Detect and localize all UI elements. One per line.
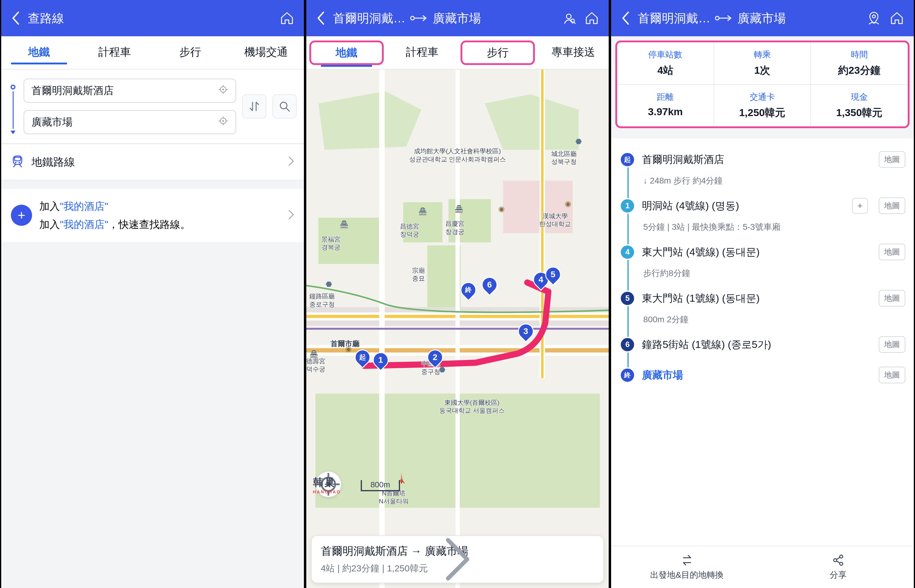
route-line-icon <box>8 79 18 134</box>
tab-walk[interactable]: 步行 <box>461 40 535 65</box>
tab-walk[interactable]: 步行 <box>152 45 228 61</box>
map-label: 鐘路區廳종로구청 <box>309 292 335 309</box>
nearby-icon[interactable] <box>560 10 577 27</box>
svg-point-8 <box>19 162 20 163</box>
svg-point-27 <box>840 555 843 558</box>
tab-taxi[interactable]: 計程車 <box>77 45 152 61</box>
map-label: N首爾塔N서울타워 <box>379 489 409 506</box>
svg-point-9 <box>411 16 414 20</box>
map-button[interactable]: 地圖 <box>879 290 905 307</box>
hotel-add-title: 加入"我的酒店" <box>39 198 191 214</box>
map-brand: 韩巢HANCHAO <box>313 475 341 494</box>
map-label: 漢城大學한성대학교 <box>539 212 571 228</box>
step-badge: 1 <box>619 198 635 214</box>
swap-button[interactable] <box>242 94 267 118</box>
origin-text: 首爾明洞戴斯酒店 <box>31 84 114 98</box>
subway-lines-item[interactable]: 地鐵路線 <box>1 144 304 181</box>
locate-me-icon[interactable] <box>218 84 228 97</box>
walk-info: ↓ 248m 步行 約4分鐘 <box>643 175 723 187</box>
palace-icon: 🏯 <box>418 207 427 216</box>
header: 首爾明洞戴… 廣藏市場 <box>306 0 609 36</box>
map-button[interactable]: 地圖 <box>879 367 905 383</box>
subway-icon <box>11 154 24 170</box>
header-route: 首爾明洞戴… 廣藏市場 <box>333 10 554 27</box>
back-button[interactable] <box>10 12 22 24</box>
route-summary-card[interactable]: 首爾明洞戴斯酒店 → 廣藏市場 4站 | 約23分鐘 | 1,250韓元 <box>311 535 604 583</box>
map-pin-icon[interactable] <box>865 10 882 27</box>
map-scale: 800m <box>361 480 400 491</box>
tab-shuttle[interactable]: 專車接送 <box>538 45 609 61</box>
chevron-right-icon <box>288 210 294 221</box>
office-icon: ⬣ <box>325 279 333 289</box>
header-route: 首爾明洞戴… 廣藏市場 <box>638 10 859 27</box>
map-button[interactable]: 地圖 <box>879 336 905 353</box>
ride-info: 5分鐘 | 3站 | 最快換乘點：5-3號車廂 <box>643 221 780 233</box>
mode-tabs: 地鐵 計程車 步行 機場交通 <box>1 36 304 69</box>
step-1: 1 明洞站 (4號線) (명동) + 地圖 <box>619 192 905 220</box>
tab-airport[interactable]: 機場交通 <box>228 45 304 61</box>
route-input-panel: 首爾明洞戴斯酒店 廣藏市場 <box>1 69 304 144</box>
map-button[interactable]: 地圖 <box>879 151 905 168</box>
back-button[interactable] <box>619 12 632 24</box>
walk-info: 步行約8分鐘 <box>643 268 690 279</box>
map-label: 昌慶宮창경궁 <box>445 220 464 236</box>
destination-input[interactable]: 廣藏市場 <box>24 110 236 134</box>
start-badge: 起 <box>619 152 635 168</box>
swap-route-button[interactable]: 出發地&目的地轉換 <box>611 546 762 588</box>
svg-point-24 <box>715 16 719 20</box>
step-end: 終 廣藏市場 地圖 <box>619 361 905 389</box>
map-label: 宗廟종묘 <box>412 267 425 283</box>
map-label: 首爾市廳 <box>330 339 359 348</box>
home-icon[interactable] <box>278 10 296 27</box>
step-badge: 4 <box>619 244 635 260</box>
screen-route-detail: 首爾明洞戴… 廣藏市場 停車站數4站 轉乘1次 時間約23分鐘 距離3.97km… <box>610 0 915 588</box>
tab-taxi[interactable]: 計程車 <box>387 45 457 61</box>
step-badge: 5 <box>619 291 635 306</box>
mode-tabs: 地鐵 計程車 步行 專車接送 <box>306 36 609 69</box>
back-button[interactable] <box>315 12 327 24</box>
ride-info: 800m 2分鐘 <box>643 314 688 325</box>
step-start: 起 首爾明洞戴斯酒店 地圖 <box>619 146 905 173</box>
palace-icon: 🏯 <box>339 220 349 229</box>
route-arrow-icon <box>410 14 428 23</box>
share-label: 分享 <box>830 569 847 581</box>
expand-button[interactable]: + <box>852 198 868 214</box>
map-label: 城北區廳성북구청 <box>551 150 577 166</box>
map-label: 德壽宮덕수궁 <box>306 357 325 373</box>
tab-subway[interactable]: 地鐵 <box>1 45 77 61</box>
office-icon: ⬣ <box>574 137 583 146</box>
bottom-action-bar: 出發地&目的地轉換 分享 <box>611 546 914 588</box>
tab-subway[interactable]: 地鐵 <box>309 40 384 65</box>
hotel-add-desc: 加入"我的酒店"，快速查找路線。 <box>39 216 191 233</box>
header-from: 首爾明洞戴… <box>638 10 710 27</box>
map-button[interactable]: 地圖 <box>879 197 905 214</box>
swap-label: 出發地&目的地轉換 <box>650 569 724 581</box>
svg-point-28 <box>840 562 843 565</box>
map-canvas[interactable]: 🏯 🏯 🏯 🏯 🗼 ◉ ◉ ◉ ⬣ ⬣ ⬣ 成均館大學(人文社會科學校區)성균관… <box>306 69 609 588</box>
map-label: 東國大學(首爾校區)동국대학교 서울캠퍼스 <box>439 399 505 415</box>
step-4: 4 東大門站 (4號線) (동대문) 地圖 <box>619 238 905 266</box>
svg-point-1 <box>222 89 224 90</box>
svg-point-26 <box>834 559 837 562</box>
add-my-hotel-item[interactable]: + 加入"我的酒店" 加入"我的酒店"，快速查找路線。 <box>1 189 304 242</box>
step-6: 6 鐘路5街站 (1號線) (종로5가) 地圖 <box>619 331 905 358</box>
map-label: 景福宮경복궁 <box>322 236 341 252</box>
chevron-right-icon <box>288 155 294 169</box>
header: 首爾明洞戴… 廣藏市場 <box>611 0 914 36</box>
origin-input[interactable]: 首爾明洞戴斯酒店 <box>24 79 236 103</box>
plus-icon: + <box>11 205 32 226</box>
share-button[interactable]: 分享 <box>763 546 914 588</box>
header: 查路線 <box>1 0 304 36</box>
home-icon[interactable] <box>888 10 905 27</box>
map-label: 昌德宮창덕궁 <box>400 223 419 239</box>
step-badge: 6 <box>619 337 635 352</box>
header-to: 廣藏市場 <box>433 10 481 27</box>
screen-route-map: 首爾明洞戴… 廣藏市場 地鐵 計程車 步行 專車接送 <box>305 0 610 588</box>
home-icon[interactable] <box>583 10 600 27</box>
search-button[interactable] <box>272 94 297 118</box>
map-button[interactable]: 地圖 <box>879 244 905 260</box>
locate-me-icon[interactable] <box>218 116 228 129</box>
subway-lines-label: 地鐵路線 <box>31 155 75 170</box>
svg-point-7 <box>15 162 17 163</box>
screen-route-search: 查路線 地鐵 計程車 步行 機場交通 首爾明洞戴斯酒店 <box>0 0 305 588</box>
